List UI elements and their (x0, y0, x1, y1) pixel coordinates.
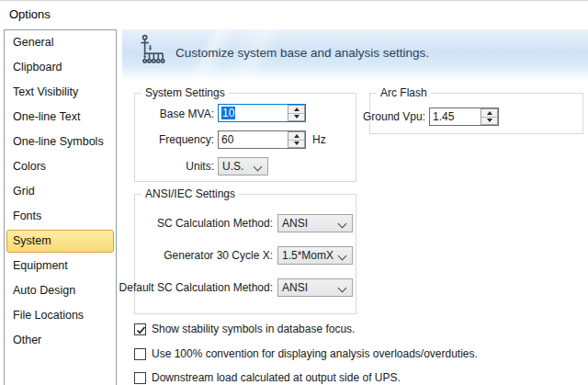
default-sc-calculation-method-label: Default SC Calculation Method: (119, 281, 273, 294)
default-sc-calculation-method-value: ANSI (282, 281, 308, 294)
sc-calculation-method-dropdown[interactable]: ANSI (277, 214, 353, 232)
chevron-down-icon (338, 284, 347, 293)
downstream-load-ups-label: Downstream load calculated at output sid… (152, 371, 401, 384)
sidebar-item-label: Other (13, 334, 41, 346)
spinner-down-icon (487, 119, 492, 122)
generator-30-cycle-x-dropdown[interactable]: 1.5*MomX (277, 246, 353, 265)
spinner-up-button[interactable] (288, 132, 304, 140)
frequency-value: 60 (219, 131, 288, 148)
frequency-input[interactable]: 60 (218, 130, 306, 149)
sidebar-item-one-line-text[interactable]: One-line Text (5, 105, 116, 130)
sidebar-item-text-visibility[interactable]: Text Visibility (5, 80, 116, 105)
show-stability-symbols-label: Show stability symbols in database focus… (152, 323, 355, 335)
chevron-down-icon (338, 220, 347, 229)
sidebar-item-label: Colors (13, 160, 46, 173)
sidebar-item-label: One-line Symbols (13, 135, 104, 148)
dialog-titlebar: Options (0, 1, 588, 28)
spinner-up-icon (294, 134, 300, 138)
use-100-convention-row: Use 100% convention for displaying analy… (134, 347, 478, 360)
spinner-up-button[interactable] (288, 106, 304, 113)
sidebar-item-label: Clipboard (13, 61, 62, 74)
sidebar-item-auto-design[interactable]: Auto Design (5, 278, 116, 303)
downstream-load-ups-checkbox[interactable] (134, 372, 146, 384)
sidebar-item-equipment[interactable]: Equipment (5, 254, 116, 278)
show-stability-symbols-checkbox[interactable] (134, 323, 146, 335)
sidebar-item-label: Auto Design (13, 284, 75, 297)
base-mva-input[interactable]: 10 (218, 104, 306, 122)
sidebar-item-label: One-line Text (13, 110, 80, 123)
chevron-down-icon (254, 163, 263, 172)
default-sc-calculation-method-dropdown[interactable]: ANSI (277, 278, 353, 297)
sidebar-item-clipboard[interactable]: Clipboard (5, 55, 116, 80)
generator-30-cycle-x-label: Generator 30 Cycle X: (164, 249, 273, 262)
chevron-down-icon (338, 252, 347, 261)
spinner-up-icon (487, 111, 492, 115)
use-100-convention-label: Use 100% convention for displaying analy… (152, 347, 478, 360)
sidebar-item-fonts[interactable]: Fonts (5, 204, 116, 229)
system-settings-group-title: System Settings (141, 86, 229, 99)
base-mva-label: Base MVA: (160, 108, 214, 120)
use-100-convention-checkbox[interactable] (134, 348, 146, 360)
spinner-up-button[interactable] (481, 109, 497, 117)
sidebar-item-label: Fonts (13, 209, 41, 222)
sidebar-item-label: Equipment (13, 259, 68, 272)
downstream-load-ups-row: Downstream load calculated at output sid… (134, 371, 401, 384)
base-mva-spinner (288, 105, 305, 121)
units-dropdown[interactable]: U.S. (218, 157, 268, 176)
base-mva-value: 10 (219, 105, 288, 121)
dialog-title: Options (9, 7, 51, 21)
sidebar-item-label: System (13, 234, 51, 247)
frequency-label: Frequency: (159, 133, 214, 146)
sidebar-item-grid[interactable]: Grid (5, 179, 116, 204)
ground-vpu-value: 1.45 (430, 108, 481, 125)
page-header-banner: Customize system base and analysis setti… (122, 29, 588, 81)
sidebar-item-general[interactable]: General (5, 30, 116, 55)
arc-flash-group-title: Arc Flash (377, 86, 431, 99)
units-dropdown-value: U.S. (222, 160, 243, 173)
ground-vpu-label: Ground Vpu: (363, 110, 425, 123)
sidebar-item-system[interactable]: System (6, 230, 114, 253)
frequency-spinner (288, 131, 305, 148)
options-dialog: Options General Clipboard Text Visibilit… (0, 0, 588, 385)
sc-calculation-method-label: SC Calculation Method: (157, 217, 273, 230)
generator-30-cycle-x-value: 1.5*MomX (282, 249, 334, 262)
units-label: Units: (186, 160, 214, 173)
spinner-up-icon (294, 108, 300, 111)
sidebar-item-label: Grid (13, 185, 35, 198)
ground-vpu-spinner (481, 108, 498, 125)
sidebar-item-label: General (13, 36, 53, 49)
sidebar-item-colors[interactable]: Colors (5, 154, 116, 179)
spinner-down-icon (294, 115, 300, 119)
frequency-unit-label: Hz (312, 133, 326, 146)
spinner-down-icon (294, 142, 300, 145)
sidebar-item-label: Text Visibility (13, 85, 78, 98)
ground-vpu-input[interactable]: 1.45 (429, 108, 499, 126)
show-stability-symbols-row: Show stability symbols in database focus… (134, 323, 355, 335)
options-category-list: General Clipboard Text Visibility One-li… (4, 29, 117, 385)
checkmark-icon (135, 324, 147, 336)
sidebar-item-file-locations[interactable]: File Locations (5, 303, 116, 328)
sidebar-item-one-line-symbols[interactable]: One-line Symbols (5, 130, 116, 154)
spinner-down-button[interactable] (288, 140, 304, 148)
sc-calculation-method-value: ANSI (282, 217, 308, 230)
ansi-iec-group-title: ANSI/IEC Settings (141, 187, 239, 200)
sidebar-item-label: File Locations (13, 309, 84, 322)
page-description: Customize system base and analysis setti… (175, 46, 429, 60)
one-line-diagram-icon (134, 34, 167, 67)
spinner-down-button[interactable] (481, 117, 497, 125)
spinner-down-button[interactable] (288, 113, 304, 121)
sidebar-item-other[interactable]: Other (5, 328, 116, 353)
